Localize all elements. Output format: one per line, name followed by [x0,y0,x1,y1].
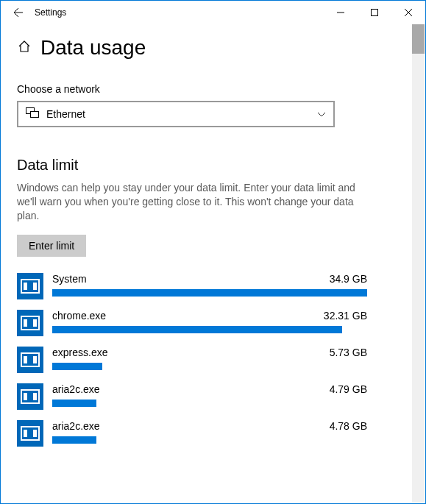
svg-rect-12 [24,319,27,327]
data-limit-description: Windows can help you stay under your dat… [17,181,377,223]
window-title: Settings [35,7,66,18]
default-app-icon [21,316,40,330]
app-icon [17,383,43,410]
data-limit-heading: Data limit [17,157,409,174]
default-app-icon [21,389,40,404]
usage-bar-track [52,436,367,444]
app-info: express.exe5.73 GB [52,347,367,370]
usage-bar-fill [52,400,96,407]
network-label: Choose a network [17,83,409,95]
svg-rect-8 [24,283,27,290]
arrow-left-icon [13,7,24,18]
titlebar: Settings [1,1,425,24]
app-name: aria2c.exe [52,420,100,432]
default-app-icon [21,352,40,367]
svg-rect-25 [33,430,37,437]
app-name: chrome.exe [52,310,106,322]
enter-limit-button[interactable]: Enter limit [17,235,86,257]
close-button[interactable] [391,1,425,24]
app-usage: 34.9 GB [330,273,367,285]
svg-rect-16 [24,356,27,363]
home-icon[interactable] [17,39,32,57]
app-info: System34.9 GB [52,273,367,297]
ethernet-icon [26,107,39,121]
app-icon [17,273,43,299]
app-row: express.exe5.73 GB [17,347,367,373]
network-value: Ethernet [46,108,317,120]
app-name: express.exe [52,347,107,358]
window-controls [324,1,425,24]
app-row: chrome.exe32.31 GB [17,310,367,336]
svg-rect-20 [24,393,27,400]
default-app-icon [21,279,40,294]
usage-bar-fill [52,326,342,333]
usage-bar-track [52,400,367,407]
apps-list: System34.9 GBchrome.exe32.31 GBexpress.e… [17,273,409,447]
app-icon [17,420,43,447]
svg-rect-1 [372,10,378,16]
default-app-icon [21,426,40,441]
page-title: Data usage [40,36,146,60]
network-dropdown[interactable]: Ethernet [17,101,335,127]
usage-bar-fill [52,289,367,297]
svg-rect-5 [31,112,39,118]
app-row: System34.9 GB [17,273,367,299]
svg-rect-21 [33,393,37,400]
app-usage: 4.79 GB [330,383,367,395]
minimize-button[interactable] [324,1,358,24]
back-button[interactable] [7,1,30,24]
content-area: Data usage Choose a network Ethernet Dat… [1,24,425,504]
svg-rect-17 [33,356,37,363]
svg-rect-9 [33,283,37,290]
usage-bar-track [52,289,367,297]
app-name: System [52,273,87,285]
usage-bar-fill [52,363,102,370]
app-info: aria2c.exe4.78 GB [52,420,367,444]
minimize-icon [337,9,344,16]
page-header: Data usage [17,36,409,60]
app-usage: 5.73 GB [330,347,367,358]
chevron-down-icon [317,110,326,118]
app-info: chrome.exe32.31 GB [52,310,367,333]
app-row: aria2c.exe4.79 GB [17,383,367,410]
app-info: aria2c.exe4.79 GB [52,383,367,407]
app-name: aria2c.exe [52,383,100,395]
usage-bar-fill [52,436,96,444]
usage-bar-track [52,363,367,370]
svg-rect-13 [33,319,37,327]
app-row: aria2c.exe4.78 GB [17,420,367,447]
app-usage: 4.78 GB [330,420,367,432]
maximize-button[interactable] [358,1,391,24]
app-icon [17,347,43,373]
usage-bar-track [52,326,367,333]
maximize-icon [371,9,378,16]
svg-rect-24 [24,430,27,437]
app-usage: 32.31 GB [324,310,367,322]
close-icon [405,9,412,16]
app-icon [17,310,43,336]
